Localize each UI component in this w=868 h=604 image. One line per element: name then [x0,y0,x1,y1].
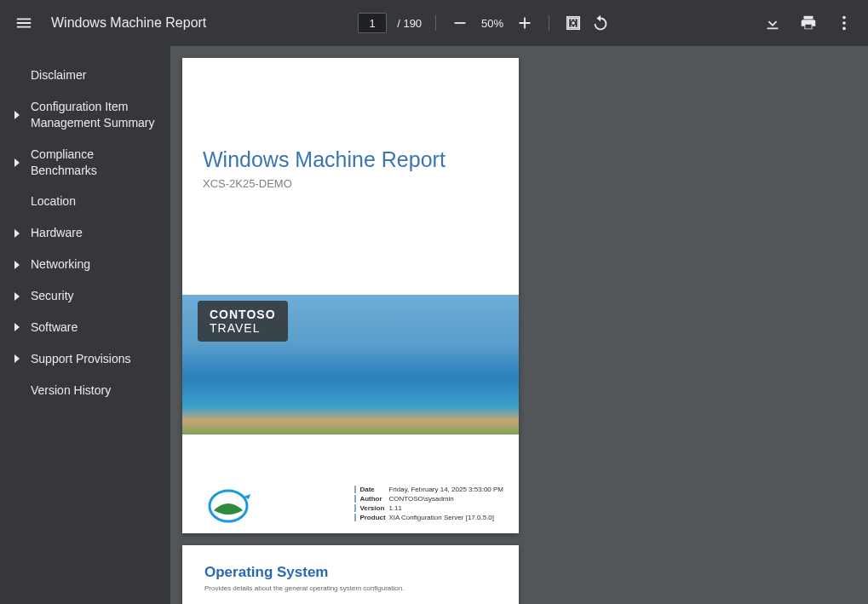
zoom-out-button[interactable] [450,13,470,33]
sidebar-item[interactable]: Security [0,280,170,312]
report-subtitle: XCS-2K25-DEMO [182,172,519,190]
sidebar-item[interactable]: Version History [0,375,170,406]
sidebar-item[interactable]: Support Provisions [0,343,170,375]
page-number-input[interactable] [358,13,387,33]
sidebar-item[interactable]: Networking [0,249,170,280]
pdf-page-2[interactable]: Operating System Provides details about … [182,545,519,604]
pdf-page-1[interactable]: Windows Machine Report XCS-2K25-DEMO CON… [182,58,519,533]
globe-logo-icon [201,486,256,526]
zoom-in-button[interactable] [514,13,535,33]
print-button[interactable] [798,13,819,33]
section-description: Provides details about the general opera… [204,584,497,592]
fit-to-page-button[interactable] [563,13,583,33]
page-total: / 190 [397,17,422,30]
brand-badge: CONTOSO TRAVEL [198,301,288,342]
report-title: Windows Machine Report [182,58,519,172]
document-title: Windows Machine Report [51,15,206,31]
sidebar-item[interactable]: Location [0,186,170,217]
svg-point-2 [842,21,846,25]
rotate-button[interactable] [590,13,611,33]
cover-metadata: DateFriday, February 14, 2025 3:53:00 PM… [354,486,503,523]
more-options-button[interactable] [834,13,854,33]
svg-point-1 [842,16,846,20]
page-viewport[interactable]: Windows Machine Report XCS-2K25-DEMO CON… [170,46,868,604]
separator [549,15,549,31]
sidebar-item[interactable]: Software [0,312,170,343]
separator [435,15,436,31]
sidebar-item[interactable]: Configuration Item Management Summary [0,91,170,139]
sidebar-item[interactable]: Compliance Benchmarks [0,139,170,187]
sidebar-item[interactable]: Disclaimer [0,60,170,91]
section-heading: Operating System [204,564,497,581]
menu-icon[interactable] [14,13,34,33]
svg-point-3 [842,27,846,31]
download-button[interactable] [762,13,783,33]
zoom-value: 50% [477,17,508,30]
sidebar-item[interactable]: Hardware [0,217,170,249]
pdf-toolbar: Windows Machine Report / 190 50% [0,0,868,46]
outline-sidebar: DisclaimerConfiguration Item Management … [0,46,170,604]
